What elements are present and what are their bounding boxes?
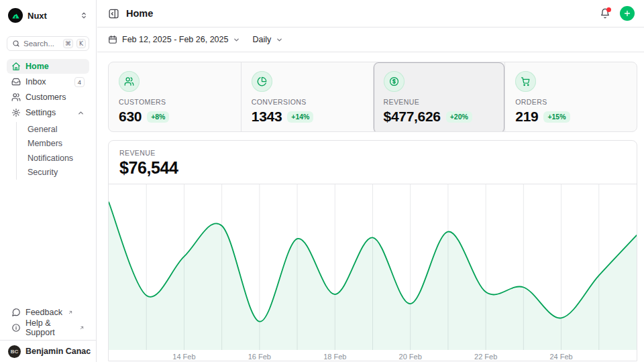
- search-input[interactable]: Search... ⌘ K: [7, 36, 89, 51]
- avatar: BC: [8, 345, 21, 358]
- main-area: Home Feb 12, 2025 - Feb 26, 2025 Daily: [97, 0, 644, 362]
- sidebar-item-label: Inbox: [25, 77, 46, 86]
- notifications-button[interactable]: [600, 8, 610, 19]
- chat-bubble-icon: [11, 308, 21, 317]
- stat-card-orders[interactable]: ORDERS 219 +15%: [504, 62, 637, 132]
- stat-value: 219: [515, 109, 538, 125]
- user-menu[interactable]: BC Benjamin Canac: [0, 340, 96, 362]
- stat-label: CUSTOMERS: [119, 98, 231, 106]
- plus-icon: [623, 9, 631, 17]
- gear-icon: [11, 108, 21, 117]
- kbd-cmd: ⌘: [63, 39, 73, 48]
- sidebar-item-inbox[interactable]: Inbox 4: [7, 74, 89, 89]
- page-title: Home: [126, 8, 153, 19]
- kbd-k: K: [76, 39, 86, 48]
- svg-text:24 Feb: 24 Feb: [549, 353, 572, 361]
- users-icon: [11, 93, 21, 102]
- sidebar-item-notifications[interactable]: Notifications: [23, 151, 89, 166]
- stat-label: ORDERS: [515, 98, 627, 106]
- feedback-link[interactable]: Feedback: [7, 305, 89, 320]
- svg-text:14 Feb: 14 Feb: [172, 353, 195, 361]
- inbox-count-badge: 4: [74, 77, 85, 87]
- settings-submenu: General Members Notifications Security: [16, 122, 89, 180]
- stat-value: 630: [119, 109, 142, 125]
- svg-text:22 Feb: 22 Feb: [474, 353, 497, 361]
- chevron-up-icon: [77, 109, 85, 117]
- stat-card-customers[interactable]: CUSTOMERS 630 +8%: [109, 62, 241, 132]
- sidebar-item-label: Home: [25, 62, 49, 71]
- sidebar-item-security[interactable]: Security: [23, 166, 89, 180]
- granularity-label: Daily: [252, 35, 271, 44]
- sidebar-item-label: Settings: [25, 108, 56, 117]
- sidebar-collapse-button[interactable]: [108, 8, 119, 19]
- sidebar-item-home[interactable]: Home: [7, 59, 89, 74]
- inbox-icon: [11, 77, 21, 86]
- topbar: Home: [97, 0, 644, 27]
- date-range-picker[interactable]: Feb 12, 2025 - Feb 26, 2025: [108, 35, 240, 44]
- revenue-chart-panel: REVENUE $76,544 14 Feb16 Feb18 Feb20 Feb…: [108, 140, 637, 361]
- notification-dot: [606, 7, 611, 12]
- info-circle-icon: [11, 323, 21, 333]
- sidebar-item-settings[interactable]: Settings: [7, 105, 89, 120]
- workspace-switcher[interactable]: Nuxt: [7, 5, 89, 25]
- stat-delta-badge: +8%: [147, 111, 169, 123]
- user-name: Benjamin Canac: [25, 347, 91, 356]
- content: CUSTOMERS 630 +8% CONVERSIONS 1343 +14%: [97, 52, 644, 361]
- sidebar-item-members[interactable]: Members: [23, 137, 89, 152]
- search-icon: [12, 40, 20, 48]
- granularity-select[interactable]: Daily: [252, 35, 283, 44]
- stat-delta-badge: +15%: [543, 111, 570, 123]
- chevron-down-icon: [233, 36, 240, 44]
- chart-header: REVENUE $76,544: [109, 141, 637, 184]
- svg-text:20 Feb: 20 Feb: [399, 353, 422, 361]
- sidebar: Nuxt Search... ⌘ K Home Inbox 4: [0, 0, 97, 362]
- sidebar-item-label: Customers: [25, 93, 66, 102]
- stat-delta-badge: +20%: [446, 111, 472, 123]
- chart-metric-value: $76,544: [119, 158, 626, 178]
- stat-card-conversions[interactable]: CONVERSIONS 1343 +14%: [241, 62, 373, 132]
- sidebar-item-general[interactable]: General: [23, 122, 89, 137]
- chevron-down-icon: [276, 36, 283, 44]
- svg-text:16 Feb: 16 Feb: [248, 353, 271, 361]
- external-link-icon: [68, 310, 73, 315]
- stat-value: $477,626: [384, 109, 441, 125]
- toolbar: Feb 12, 2025 - Feb 26, 2025 Daily: [97, 27, 644, 52]
- search-placeholder: Search...: [23, 40, 60, 48]
- sidebar-footer: Feedback Help & Support: [7, 305, 89, 335]
- users-icon: [119, 71, 140, 92]
- stat-card-revenue[interactable]: REVENUE $477,626 +20%: [373, 62, 505, 132]
- date-range-label: Feb 12, 2025 - Feb 26, 2025: [122, 35, 228, 44]
- cart-icon: [515, 71, 536, 92]
- stat-delta-badge: +14%: [287, 111, 313, 123]
- pie-chart-icon: [252, 71, 272, 92]
- chevron-up-down-icon: [80, 11, 88, 19]
- add-button[interactable]: [620, 6, 635, 21]
- workspace-name: Nuxt: [28, 11, 75, 21]
- external-link-icon: [79, 325, 85, 330]
- stat-label: REVENUE: [384, 98, 495, 106]
- feedback-label: Feedback: [25, 308, 62, 317]
- nuxt-logo-icon: [8, 8, 23, 23]
- sidebar-nav: Home Inbox 4 Customers Settings Genera: [7, 59, 89, 180]
- stat-value: 1343: [252, 109, 282, 125]
- revenue-area-chart[interactable]: 14 Feb16 Feb18 Feb20 Feb22 Feb24 Feb: [109, 184, 637, 361]
- stat-label: CONVERSIONS: [252, 98, 363, 106]
- calendar-icon: [108, 35, 117, 44]
- chart-metric-label: REVENUE: [119, 149, 626, 157]
- home-icon: [11, 62, 21, 71]
- stats-row: CUSTOMERS 630 +8% CONVERSIONS 1343 +14%: [108, 62, 637, 132]
- dollar-circle-icon: [384, 71, 405, 92]
- help-support-label: Help & Support: [25, 318, 74, 337]
- help-support-link[interactable]: Help & Support: [7, 320, 89, 335]
- svg-text:18 Feb: 18 Feb: [323, 353, 346, 361]
- sidebar-item-customers[interactable]: Customers: [7, 90, 89, 105]
